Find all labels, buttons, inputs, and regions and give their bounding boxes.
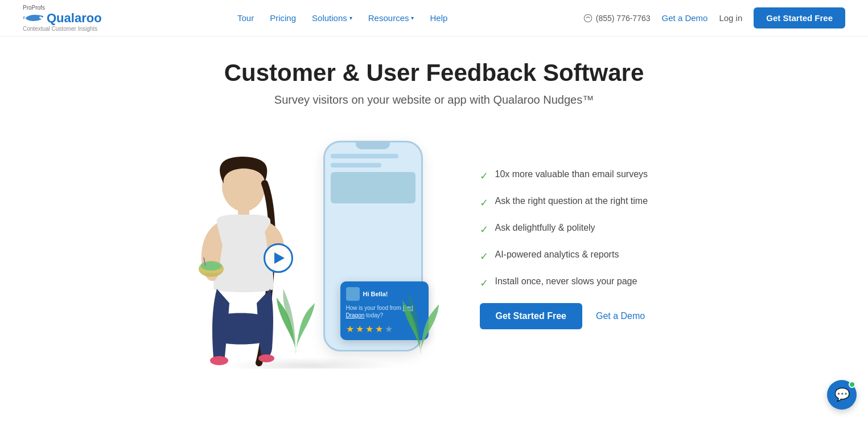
cta-get-demo-link[interactable]: Get a Demo [596,311,645,321]
nav-tour[interactable]: Tour [237,13,254,23]
cta-buttons: Get Started Free Get a Demo [480,303,707,329]
check-icon-3: ✓ [480,223,488,236]
svg-point-1 [584,14,591,22]
feature-text-1: 10x more valuable than email surveys [495,169,648,179]
feature-item-2: ✓ Ask the right question at the right ti… [480,196,707,209]
phone-notch [356,142,390,149]
chevron-down-icon: ▾ [411,15,414,21]
hero-title: Customer & User Feedback Software [224,59,644,87]
feature-item-4: ✓ AI-powered analytics & reports [480,250,707,263]
get-demo-link[interactable]: Get a Demo [662,13,708,23]
phone-screen [325,149,421,214]
logo-area: ProProfs Qualaroo Contextual Customer In… [23,5,102,32]
feature-item-3: ✓ Ask delightfully & politely [480,223,707,236]
phone-bar-2 [331,163,381,167]
svg-point-5 [201,261,221,271]
nudge-avatar [346,287,360,301]
cta-get-started-button[interactable]: Get Started Free [480,303,582,329]
check-icon-1: ✓ [480,170,488,182]
svg-point-0 [42,15,43,17]
header-right: (855) 776-7763 Get a Demo Log in Get Sta… [583,7,845,28]
feature-text-3: Ask delightfully & politely [495,223,595,233]
nav-resources[interactable]: Resources ▾ [368,13,414,23]
phone-content-box [331,172,416,203]
leaf-left-icon [272,280,320,354]
nav-help[interactable]: Help [430,13,447,23]
star-5[interactable]: ★ [385,324,393,334]
phone-icon [583,14,593,23]
hero-content: Hi Bella! How is your food from Red Drag… [93,129,776,369]
star-1[interactable]: ★ [346,324,354,334]
feature-text-4: AI-powered analytics & reports [495,250,619,260]
play-button[interactable] [264,243,293,273]
star-4[interactable]: ★ [375,324,383,334]
main-nav: Tour Pricing Solutions ▾ Resources ▾ Hel… [237,13,447,23]
nudge-greeting: Hi Bella! [363,291,388,297]
phone-bar-1 [331,154,398,158]
logo-proprofs: ProProfs [23,5,45,11]
feature-text-2: Ask the right question at the right time [495,196,648,206]
star-2[interactable]: ★ [356,324,364,334]
qualaroo-fish-icon [23,13,44,24]
logo-tagline: Contextual Customer Insights [23,26,97,32]
feature-item-5: ✓ Install once, never slows your page [480,276,707,289]
feature-item-1: ✓ 10x more valuable than email surveys [480,169,707,182]
check-icon-4: ✓ [480,250,488,263]
features-panel: ✓ 10x more valuable than email surveys ✓… [480,169,707,329]
check-icon-2: ✓ [480,197,488,209]
check-icon-5: ✓ [480,277,488,289]
nav-solutions[interactable]: Solutions ▾ [312,13,352,23]
chevron-down-icon: ▾ [349,15,352,21]
play-triangle-icon [274,252,285,264]
login-link[interactable]: Log in [719,13,742,23]
header-get-started-button[interactable]: Get Started Free [754,7,845,28]
logo-text: Qualaroo [47,11,102,26]
feature-text-5: Install once, never slows your page [495,276,637,287]
hero-subtitle: Survey visitors on your website or app w… [274,93,594,107]
leaf-right-icon [399,286,445,354]
nav-pricing[interactable]: Pricing [270,13,296,23]
star-3[interactable]: ★ [365,324,373,334]
logo-brand[interactable]: Qualaroo [23,11,102,26]
hero-illustration: Hi Bella! How is your food from Red Drag… [161,129,457,369]
phone-link[interactable]: (855) 776-7763 [583,14,651,23]
header: ProProfs Qualaroo Contextual Customer In… [0,0,868,36]
main-content: Customer & User Feedback Software Survey… [0,36,868,369]
